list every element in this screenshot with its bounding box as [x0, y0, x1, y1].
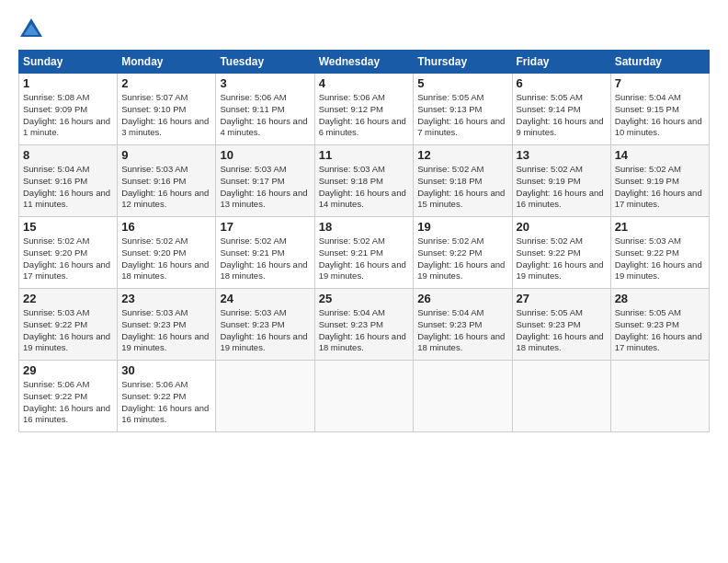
weekday-header-tuesday: Tuesday [216, 51, 314, 74]
calendar-cell: 27Sunrise: 5:05 AMSunset: 9:23 PMDayligh… [512, 289, 610, 361]
calendar-cell: 3Sunrise: 5:06 AMSunset: 9:11 PMDaylight… [216, 74, 314, 145]
day-number: 19 [417, 220, 507, 234]
day-info: Sunrise: 5:03 AMSunset: 9:17 PMDaylight:… [220, 164, 310, 211]
calendar-cell: 6Sunrise: 5:05 AMSunset: 9:14 PMDaylight… [512, 74, 610, 145]
day-number: 9 [121, 148, 211, 162]
day-number: 6 [517, 76, 607, 90]
calendar-cell: 23Sunrise: 5:03 AMSunset: 9:23 PMDayligh… [118, 289, 216, 361]
day-number: 4 [319, 76, 410, 90]
day-number: 29 [23, 363, 113, 377]
calendar-cell: 28Sunrise: 5:05 AMSunset: 9:23 PMDayligh… [610, 289, 709, 361]
day-info: Sunrise: 5:03 AMSunset: 9:23 PMDaylight:… [121, 307, 211, 354]
calendar-week-3: 15Sunrise: 5:02 AMSunset: 9:20 PMDayligh… [19, 217, 710, 289]
day-info: Sunrise: 5:04 AMSunset: 9:15 PMDaylight:… [615, 92, 705, 139]
calendar-cell: 24Sunrise: 5:03 AMSunset: 9:23 PMDayligh… [216, 289, 314, 361]
calendar-cell: 11Sunrise: 5:03 AMSunset: 9:18 PMDayligh… [314, 145, 414, 217]
day-number: 30 [121, 363, 211, 377]
calendar-cell [610, 361, 709, 432]
day-info: Sunrise: 5:03 AMSunset: 9:18 PMDaylight:… [319, 164, 410, 211]
day-info: Sunrise: 5:04 AMSunset: 9:23 PMDaylight:… [417, 307, 507, 354]
day-info: Sunrise: 5:03 AMSunset: 9:23 PMDaylight:… [220, 307, 310, 354]
day-info: Sunrise: 5:02 AMSunset: 9:21 PMDaylight:… [319, 236, 410, 282]
day-number: 8 [23, 148, 113, 162]
day-info: Sunrise: 5:02 AMSunset: 9:20 PMDaylight:… [23, 236, 113, 282]
day-number: 18 [319, 220, 410, 234]
weekday-header-friday: Friday [512, 51, 610, 74]
day-number: 25 [319, 292, 410, 305]
day-number: 28 [615, 292, 705, 305]
calendar-cell: 20Sunrise: 5:02 AMSunset: 9:22 PMDayligh… [512, 217, 610, 289]
calendar-cell: 12Sunrise: 5:02 AMSunset: 9:18 PMDayligh… [414, 145, 512, 217]
day-number: 21 [615, 220, 705, 234]
day-info: Sunrise: 5:07 AMSunset: 9:10 PMDaylight:… [121, 92, 211, 139]
day-number: 13 [517, 148, 607, 162]
day-info: Sunrise: 5:05 AMSunset: 9:23 PMDaylight:… [517, 307, 607, 354]
calendar-cell: 2Sunrise: 5:07 AMSunset: 9:10 PMDaylight… [118, 74, 216, 145]
day-number: 20 [517, 220, 607, 234]
calendar-cell [314, 361, 414, 432]
day-number: 11 [319, 148, 410, 162]
day-info: Sunrise: 5:03 AMSunset: 9:22 PMDaylight:… [615, 236, 705, 282]
calendar-cell: 13Sunrise: 5:02 AMSunset: 9:19 PMDayligh… [512, 145, 610, 217]
calendar-cell [414, 361, 512, 432]
calendar-cell: 8Sunrise: 5:04 AMSunset: 9:16 PMDaylight… [19, 145, 118, 217]
calendar-cell: 30Sunrise: 5:06 AMSunset: 9:22 PMDayligh… [118, 361, 216, 432]
day-info: Sunrise: 5:02 AMSunset: 9:20 PMDaylight:… [121, 236, 211, 282]
day-number: 2 [121, 76, 211, 90]
calendar-cell: 29Sunrise: 5:06 AMSunset: 9:22 PMDayligh… [19, 361, 118, 432]
day-info: Sunrise: 5:03 AMSunset: 9:16 PMDaylight:… [121, 164, 211, 211]
calendar-cell: 7Sunrise: 5:04 AMSunset: 9:15 PMDaylight… [610, 74, 709, 145]
calendar-cell: 19Sunrise: 5:02 AMSunset: 9:22 PMDayligh… [414, 217, 512, 289]
calendar-cell: 10Sunrise: 5:03 AMSunset: 9:17 PMDayligh… [216, 145, 314, 217]
calendar-cell [512, 361, 610, 432]
day-number: 27 [517, 292, 607, 305]
day-info: Sunrise: 5:02 AMSunset: 9:21 PMDaylight:… [220, 236, 310, 282]
logo [18, 17, 48, 42]
day-info: Sunrise: 5:04 AMSunset: 9:16 PMDaylight:… [23, 164, 113, 211]
calendar-cell: 21Sunrise: 5:03 AMSunset: 9:22 PMDayligh… [610, 217, 709, 289]
calendar-cell: 4Sunrise: 5:06 AMSunset: 9:12 PMDaylight… [314, 74, 414, 145]
calendar-cell: 14Sunrise: 5:02 AMSunset: 9:19 PMDayligh… [610, 145, 709, 217]
calendar-week-5: 29Sunrise: 5:06 AMSunset: 9:22 PMDayligh… [19, 361, 710, 432]
day-number: 7 [615, 76, 705, 90]
day-info: Sunrise: 5:05 AMSunset: 9:14 PMDaylight:… [517, 92, 607, 139]
day-info: Sunrise: 5:05 AMSunset: 9:13 PMDaylight:… [417, 92, 507, 139]
day-number: 24 [220, 292, 310, 305]
calendar-cell: 26Sunrise: 5:04 AMSunset: 9:23 PMDayligh… [414, 289, 512, 361]
day-number: 23 [121, 292, 211, 305]
day-info: Sunrise: 5:06 AMSunset: 9:22 PMDaylight:… [121, 379, 211, 426]
calendar-week-2: 8Sunrise: 5:04 AMSunset: 9:16 PMDaylight… [19, 145, 710, 217]
weekday-header-saturday: Saturday [610, 51, 709, 74]
calendar-cell [216, 361, 314, 432]
logo-icon [18, 17, 44, 42]
day-number: 5 [417, 76, 507, 90]
calendar-cell: 9Sunrise: 5:03 AMSunset: 9:16 PMDaylight… [118, 145, 216, 217]
day-info: Sunrise: 5:05 AMSunset: 9:23 PMDaylight:… [615, 307, 705, 354]
calendar-week-1: 1Sunrise: 5:08 AMSunset: 9:09 PMDaylight… [19, 74, 710, 145]
day-number: 1 [23, 76, 113, 90]
header [18, 17, 710, 42]
calendar-cell: 5Sunrise: 5:05 AMSunset: 9:13 PMDaylight… [414, 74, 512, 145]
day-number: 22 [23, 292, 113, 305]
day-number: 10 [220, 148, 310, 162]
calendar-cell: 25Sunrise: 5:04 AMSunset: 9:23 PMDayligh… [314, 289, 414, 361]
day-number: 14 [615, 148, 705, 162]
day-info: Sunrise: 5:02 AMSunset: 9:18 PMDaylight:… [417, 164, 507, 211]
day-info: Sunrise: 5:03 AMSunset: 9:22 PMDaylight:… [23, 307, 113, 354]
calendar: SundayMondayTuesdayWednesdayThursdayFrid… [18, 50, 710, 432]
weekday-header-row: SundayMondayTuesdayWednesdayThursdayFrid… [19, 51, 710, 74]
calendar-cell: 1Sunrise: 5:08 AMSunset: 9:09 PMDaylight… [19, 74, 118, 145]
calendar-week-4: 22Sunrise: 5:03 AMSunset: 9:22 PMDayligh… [19, 289, 710, 361]
day-number: 3 [220, 76, 310, 90]
day-info: Sunrise: 5:06 AMSunset: 9:12 PMDaylight:… [319, 92, 410, 139]
day-info: Sunrise: 5:08 AMSunset: 9:09 PMDaylight:… [23, 92, 113, 139]
calendar-cell: 17Sunrise: 5:02 AMSunset: 9:21 PMDayligh… [216, 217, 314, 289]
day-info: Sunrise: 5:02 AMSunset: 9:22 PMDaylight:… [517, 236, 607, 282]
day-info: Sunrise: 5:02 AMSunset: 9:19 PMDaylight:… [615, 164, 705, 211]
day-number: 26 [417, 292, 507, 305]
weekday-header-monday: Monday [118, 51, 216, 74]
weekday-header-sunday: Sunday [19, 51, 118, 74]
day-info: Sunrise: 5:02 AMSunset: 9:19 PMDaylight:… [517, 164, 607, 211]
calendar-cell: 15Sunrise: 5:02 AMSunset: 9:20 PMDayligh… [19, 217, 118, 289]
day-info: Sunrise: 5:02 AMSunset: 9:22 PMDaylight:… [417, 236, 507, 282]
